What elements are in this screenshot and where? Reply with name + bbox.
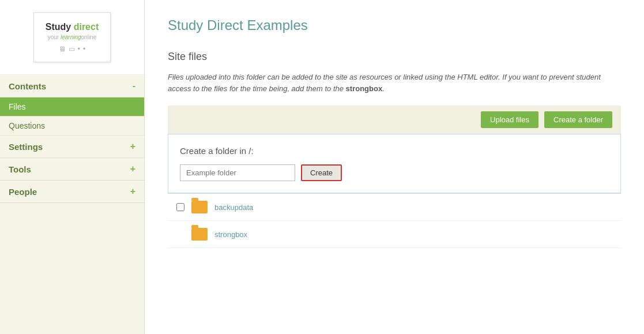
contents-section: Contents - Files Questions	[0, 75, 144, 136]
toolbar: Upload files Create a folder	[168, 106, 621, 134]
sidebar-item-questions[interactable]: Questions	[0, 117, 144, 136]
folder-name-input[interactable]	[180, 164, 295, 181]
logo-icons: 🖥 ▭ • •	[46, 45, 99, 53]
people-label: People	[9, 187, 37, 197]
settings-header[interactable]: Settings +	[0, 136, 144, 158]
backupdata-folder-icon	[191, 201, 208, 213]
description-text: Files uploaded into this folder can be a…	[168, 72, 621, 94]
logo-direct: direct	[71, 22, 99, 32]
sidebar: Study direct your learningonline 🖥 ▭ • •…	[0, 0, 145, 334]
people-toggle: +	[130, 186, 135, 197]
create-submit-button[interactable]: Create	[301, 164, 342, 181]
tablet-icon: ▭	[69, 45, 75, 53]
create-folder-panel: Create a folder in /: Create	[168, 134, 621, 193]
settings-section: Settings +	[0, 136, 144, 158]
contents-label: Contents	[9, 81, 46, 91]
dot2-icon: •	[83, 45, 85, 53]
settings-label: Settings	[9, 142, 43, 152]
tools-label: Tools	[9, 164, 31, 174]
logo-your: your	[48, 34, 59, 40]
tools-header[interactable]: Tools +	[0, 158, 144, 181]
backupdata-link[interactable]: backupdata	[214, 203, 253, 212]
settings-toggle: +	[130, 141, 135, 152]
strongbox-link[interactable]: strongbox	[214, 230, 247, 239]
logo-title: Study direct	[46, 21, 99, 32]
create-folder-button[interactable]: Create a folder	[544, 111, 612, 128]
people-header[interactable]: People +	[0, 181, 144, 203]
file-item-backupdata: backupdata	[168, 194, 621, 221]
main-content: Study Direct Examples Site files Files u…	[145, 0, 644, 334]
sidebar-item-files[interactable]: Files	[0, 97, 144, 117]
tools-section: Tools +	[0, 158, 144, 181]
strongbox-text: strongbox	[346, 84, 383, 93]
logo-study: Study	[46, 22, 71, 32]
monitor-icon: 🖥	[59, 45, 66, 53]
section-title: Site files	[168, 51, 621, 63]
logo-online: online	[81, 34, 97, 40]
logo-learning: learning	[59, 34, 81, 40]
create-folder-title: Create a folder in /:	[180, 146, 609, 156]
tools-toggle: +	[130, 164, 135, 174]
file-list: backupdata strongbox	[168, 193, 621, 248]
file-item-strongbox: strongbox	[168, 221, 621, 248]
logo-subtitle: your learningonline	[46, 34, 99, 40]
logo-box: Study direct your learningonline 🖥 ▭ • •	[33, 12, 111, 62]
backupdata-checkbox[interactable]	[176, 203, 184, 211]
page-title: Study Direct Examples	[168, 17, 621, 33]
strongbox-folder-icon	[191, 228, 208, 241]
logo-area: Study direct your learningonline 🖥 ▭ • •	[0, 0, 144, 75]
dot1-icon: •	[78, 45, 80, 53]
description-end: .	[382, 84, 385, 93]
upload-files-button[interactable]: Upload files	[481, 111, 538, 128]
create-folder-form: Create	[180, 164, 609, 181]
contents-header[interactable]: Contents -	[0, 75, 144, 97]
contents-toggle: -	[133, 81, 135, 91]
people-section: People +	[0, 181, 144, 203]
